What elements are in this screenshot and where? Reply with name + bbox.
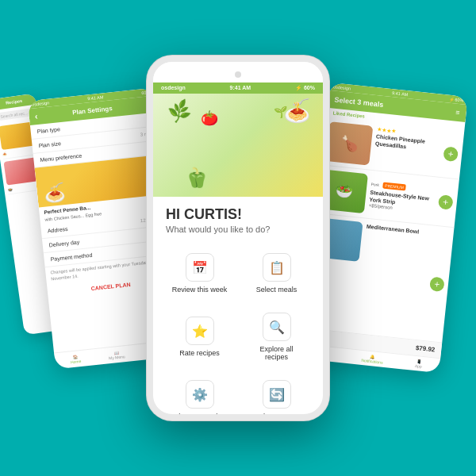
plan-settings-action[interactable]: ⚙️ Change my plan settings (164, 374, 235, 414)
tomato-icon: 🍅 (201, 109, 218, 127)
main-status-bar: osdesign 9:41 AM ⚡ 60% (153, 83, 323, 94)
pasta-icon: 🍝 (283, 98, 311, 124)
select-label: Select meals (256, 286, 298, 294)
greeting-text: HI CURTIS! (166, 206, 310, 223)
select-icon: 📋 (263, 253, 291, 282)
delivery-label: Change my delivery day (248, 413, 305, 414)
premium-badge: PREMIUM (382, 182, 406, 191)
order-price: $79.92 (415, 344, 435, 354)
rate-label: Rate recipes (179, 349, 220, 357)
main-carrier: osdesign (161, 85, 186, 91)
menu-icon-right: ≡ (455, 109, 460, 117)
meal-name-3: Mediterranean Bowl (367, 223, 432, 237)
hero-food-area: 🌿 🍝 🫑 🍅 🌱 (153, 94, 323, 197)
nav-app-right[interactable]: 📱App (415, 359, 423, 369)
pork-label: Pork (370, 182, 379, 187)
radish-icon: 🌿 (166, 98, 193, 125)
nav-home-small[interactable]: 🏠Home (70, 354, 82, 364)
select-meals-action[interactable]: 📋 Select meals (241, 247, 312, 300)
meal-image-1 (325, 121, 373, 165)
meals-title: Select 3 meals (334, 96, 384, 109)
review-action[interactable]: 📅 Review this week (164, 247, 235, 300)
add-meal-3-button[interactable]: + (429, 276, 445, 292)
nav-menu-small[interactable]: 📖My Menu (108, 349, 125, 360)
explore-label: Explore all recipes (248, 345, 305, 361)
add-meal-2-button[interactable]: + (438, 194, 454, 210)
main-phone: osdesign 9:41 AM ⚡ 60% 🌿 🍝 🫑 🍅 🌱 HI CURT… (147, 56, 329, 420)
meals-carrier: osdesign (333, 84, 351, 90)
review-icon: 📅 (186, 253, 214, 282)
rate-icon: ⭐ (186, 317, 214, 345)
pepper-icon: 🫑 (185, 167, 209, 189)
meals-time: 9:41 AM (392, 90, 409, 97)
add-meal-1-button[interactable]: + (443, 146, 459, 162)
hero-text-area: HI CURTIS! What would you like to do? (153, 197, 323, 240)
subtitle-text: What would you like to do? (166, 225, 310, 234)
carrier: osdesign (32, 100, 50, 106)
explore-action[interactable]: 🔍 Explore all recipes (241, 306, 312, 367)
delivery-icon: 🔄 (263, 380, 291, 409)
meal-info-2: Pork PREMIUM Steakhouse-Style New York S… (368, 175, 437, 221)
nav-notif-right[interactable]: 🔔Notifications (361, 353, 383, 365)
phone-notch (153, 62, 323, 83)
meals-battery: ⚡60% (449, 97, 464, 103)
meal-info-3: Mediterranean Bowl (355, 223, 432, 336)
explore-icon: 🔍 (263, 313, 291, 341)
meal-info-1: ★★★★ Chicken Pineapple Quesadillas (373, 126, 442, 172)
delivery-action[interactable]: 🔄 Change my delivery day (241, 374, 312, 414)
review-label: Review this week (172, 286, 228, 294)
phone-camera (235, 71, 241, 78)
radish2-icon: 🌱 (274, 106, 287, 118)
settings-label: Change my plan settings (171, 413, 228, 414)
rate-action[interactable]: ⭐ Rate recipes (164, 306, 235, 367)
settings-icon: ⚙️ (186, 380, 214, 409)
time: 9:41 AM (87, 94, 104, 101)
actions-grid: 📅 Review this week 📋 Select meals ⭐ Rate… (153, 240, 323, 414)
main-time: 9:41 AM (230, 85, 251, 91)
main-battery: ⚡ 60% (295, 85, 315, 91)
